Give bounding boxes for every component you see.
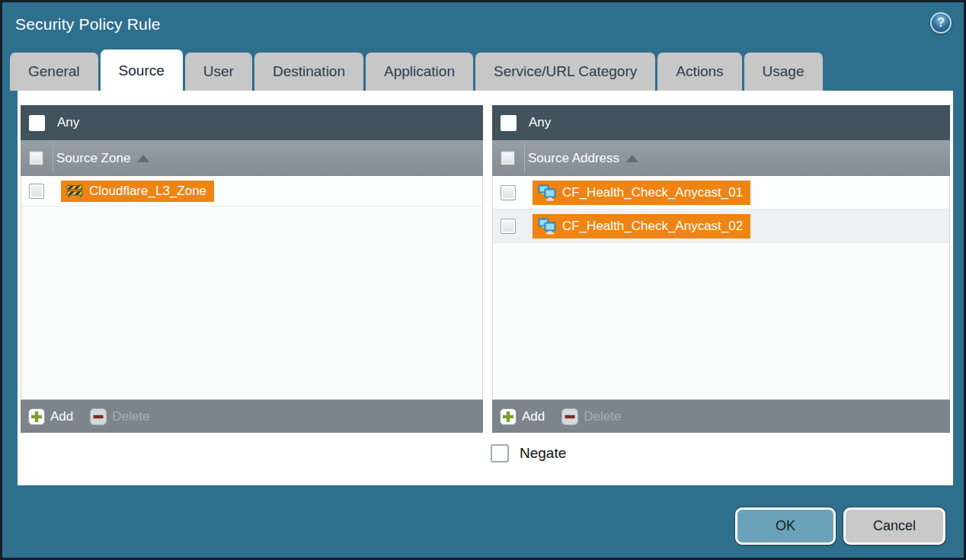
negate-label: Negate [520, 445, 566, 462]
add-icon [28, 408, 45, 425]
address-add-button[interactable]: Add [500, 408, 545, 425]
tab-user[interactable]: User [185, 53, 252, 91]
column-separator [53, 143, 53, 173]
dialog-titlebar: Security Policy Rule ? [2, 2, 964, 50]
zone-any-checkbox[interactable] [29, 115, 45, 131]
zone-delete-label: Delete [112, 409, 149, 424]
delete-icon [90, 408, 107, 425]
zone-list: Cloudflare_L3_Zone [21, 176, 483, 399]
address-row-checkbox[interactable] [501, 185, 516, 200]
address-any-label: Any [529, 115, 551, 130]
address-any-row: Any [492, 105, 950, 140]
zone-row-checkbox[interactable] [29, 184, 44, 199]
cancel-button[interactable]: Cancel [843, 507, 945, 545]
tab-usage[interactable]: Usage [744, 53, 823, 91]
address-delete-label: Delete [584, 409, 621, 424]
ok-button[interactable]: OK [735, 507, 836, 545]
address-delete-button[interactable]: Delete [561, 408, 621, 425]
security-policy-rule-dialog: Security Policy Rule ? General Source Us… [0, 0, 966, 560]
tab-application[interactable]: Application [366, 53, 473, 91]
source-address-panel: Any Source Address [492, 105, 950, 433]
address-row-checkbox[interactable] [501, 219, 516, 234]
zone-add-button[interactable]: Add [28, 408, 73, 425]
zone-any-label: Any [57, 115, 79, 130]
address-add-label: Add [522, 409, 545, 424]
address-row-label: CF_Health_Check_Anycast_01 [562, 185, 743, 200]
tab-general[interactable]: General [10, 53, 98, 91]
dialog-title: Security Policy Rule [15, 15, 161, 34]
tab-source[interactable]: Source [101, 50, 183, 92]
zone-delete-button[interactable]: Delete [90, 408, 149, 425]
add-icon [500, 408, 517, 425]
sort-ascending-icon [137, 155, 149, 162]
column-separator [524, 143, 525, 173]
address-footer: Add Delete [492, 399, 950, 433]
address-list: CF_Health_Check_Anycast_01 [492, 176, 950, 399]
tab-actions[interactable]: Actions [657, 53, 741, 91]
sort-ascending-icon [626, 155, 638, 162]
tab-service-url-category[interactable]: Service/URL Category [475, 53, 655, 91]
address-icon [538, 218, 556, 235]
source-zone-panel: Any Source Zone [21, 105, 483, 433]
negate-row: Negate [491, 444, 566, 462]
address-row-chip[interactable]: CF_Health_Check_Anycast_02 [533, 214, 750, 238]
zone-icon [66, 184, 83, 198]
address-row-2[interactable]: CF_Health_Check_Anycast_02 [493, 210, 949, 243]
zone-select-all-checkbox[interactable] [29, 151, 43, 165]
address-row-1[interactable]: CF_Health_Check_Anycast_01 [493, 176, 949, 210]
delete-icon [561, 408, 578, 425]
zone-any-row: Any [21, 105, 483, 140]
zone-footer: Add Delete [21, 399, 483, 433]
zone-row-chip[interactable]: Cloudflare_L3_Zone [61, 181, 214, 202]
help-icon[interactable]: ? [930, 12, 952, 34]
negate-checkbox[interactable] [491, 444, 509, 462]
tab-bar: General Source User Destination Applicat… [10, 53, 823, 91]
zone-add-label: Add [50, 409, 73, 424]
address-icon [538, 184, 556, 201]
zone-row[interactable]: Cloudflare_L3_Zone [21, 176, 482, 206]
address-select-all-checkbox[interactable] [501, 151, 515, 165]
zone-column-title: Source Zone [56, 151, 130, 166]
address-any-checkbox[interactable] [501, 115, 517, 131]
address-row-chip[interactable]: CF_Health_Check_Anycast_01 [533, 181, 750, 205]
address-column-header[interactable]: Source Address [492, 140, 950, 176]
address-column-title: Source Address [528, 151, 619, 166]
address-row-label: CF_Health_Check_Anycast_02 [562, 219, 743, 234]
zone-column-header[interactable]: Source Zone [21, 140, 483, 176]
tab-destination[interactable]: Destination [254, 53, 363, 91]
dialog-content: Any Source Zone [18, 91, 953, 485]
zone-row-label: Cloudflare_L3_Zone [89, 184, 206, 199]
